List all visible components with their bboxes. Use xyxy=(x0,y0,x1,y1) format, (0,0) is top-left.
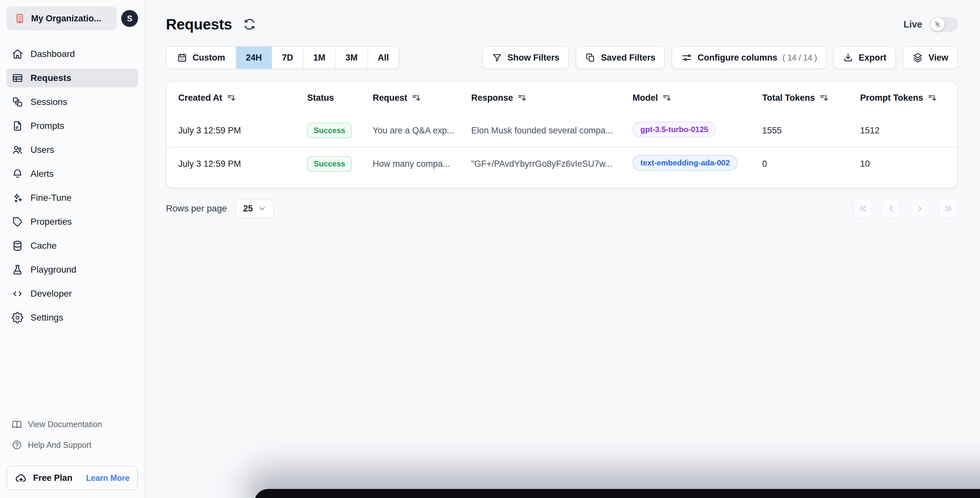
sidebar-item-label: Sessions xyxy=(30,97,67,107)
sort-icon[interactable] xyxy=(819,93,829,102)
document-icon xyxy=(12,120,23,132)
time-range-label: 1M xyxy=(313,53,326,63)
rows-per-page-select[interactable]: 25 xyxy=(235,199,274,218)
plan-card[interactable]: Free Plan Learn More xyxy=(6,466,138,490)
show-filters-button[interactable]: Show Filters xyxy=(482,46,570,69)
table-row[interactable]: July 3 12:59 PM Success You are a Q&A ex… xyxy=(167,114,957,147)
model-badge: text-embedding-ada-002 xyxy=(633,155,738,171)
sessions-icon xyxy=(12,96,23,108)
column-header-model[interactable]: Model xyxy=(633,93,762,103)
sidebar-nav: Dashboard Requests Sessions Prompts User… xyxy=(6,45,138,327)
sliders-icon xyxy=(681,52,692,63)
users-icon xyxy=(12,144,23,156)
column-header-request[interactable]: Request xyxy=(373,93,471,103)
time-range-all[interactable]: All xyxy=(368,47,399,69)
table-row[interactable]: July 3 12:59 PM Success How many compa..… xyxy=(167,147,957,180)
total-tokens-cell: 0 xyxy=(762,159,860,169)
sort-icon[interactable] xyxy=(928,93,937,102)
org-switcher-button[interactable]: My Organizatio... xyxy=(6,6,117,30)
calendar-icon xyxy=(177,52,187,63)
request-cell: You are a Q&A exp... xyxy=(373,125,471,136)
sidebar-item-prompts[interactable]: Prompts xyxy=(6,117,138,135)
time-range-1m[interactable]: 1M xyxy=(303,47,336,69)
sidebar-item-users[interactable]: Users xyxy=(6,141,138,159)
chevron-right-icon xyxy=(915,204,924,213)
chevrons-left-icon xyxy=(858,204,867,213)
time-range-label: 3M xyxy=(345,53,358,63)
column-header-total-tokens[interactable]: Total Tokens xyxy=(762,93,860,103)
flask-icon xyxy=(12,264,23,276)
sidebar-item-alerts[interactable]: Alerts xyxy=(6,165,138,183)
sidebar-item-label: Dashboard xyxy=(30,49,75,59)
home-icon xyxy=(12,48,23,60)
refresh-button[interactable] xyxy=(242,17,257,32)
help-and-support-link[interactable]: Help And Support xyxy=(6,435,138,455)
time-range-custom[interactable]: Custom xyxy=(167,47,235,69)
footer-link-label: Help And Support xyxy=(28,440,91,450)
status-cell: Success xyxy=(307,123,373,138)
prompt-tokens-cell: 1512 xyxy=(860,125,957,136)
sort-icon[interactable] xyxy=(412,93,421,102)
toolbar: Custom 24H 7D 1M 3M All Show Filters Sav… xyxy=(166,46,958,69)
table-icon xyxy=(12,72,23,84)
previous-page-button[interactable] xyxy=(881,199,901,218)
rows-per-page-label: Rows per page xyxy=(166,203,227,214)
request-cell: How many compa... xyxy=(373,159,471,169)
last-page-button[interactable] xyxy=(939,199,958,218)
sidebar-item-settings[interactable]: Settings xyxy=(6,308,138,327)
chevron-down-icon xyxy=(258,204,266,213)
window-bottom-shadow xyxy=(254,489,980,498)
time-range-3m[interactable]: 3M xyxy=(335,47,368,69)
database-icon xyxy=(12,240,23,252)
sidebar-item-cache[interactable]: Cache xyxy=(6,236,138,255)
view-documentation-link[interactable]: View Documentation xyxy=(6,414,138,435)
learn-more-link[interactable]: Learn More xyxy=(86,473,130,483)
page-nav-buttons xyxy=(853,199,958,218)
time-range-selector: Custom 24H 7D 1M 3M All xyxy=(166,46,399,69)
sidebar-item-requests[interactable]: Requests xyxy=(6,69,138,87)
cloud-upload-icon xyxy=(15,472,27,484)
first-page-button[interactable] xyxy=(853,199,872,218)
gear-icon xyxy=(12,312,23,324)
next-page-button[interactable] xyxy=(910,199,929,218)
sort-icon[interactable] xyxy=(662,93,671,102)
time-range-24h[interactable]: 24H xyxy=(235,47,272,69)
requests-table: Created At Status Request Response Model xyxy=(166,81,958,189)
button-label: View xyxy=(929,53,948,63)
saved-filters-button[interactable]: Saved Filters xyxy=(576,46,665,69)
model-cell: text-embedding-ada-002 xyxy=(633,155,762,173)
sidebar-item-properties[interactable]: Properties xyxy=(6,213,138,231)
copy-icon xyxy=(585,52,596,63)
live-toggle[interactable] xyxy=(930,17,958,32)
org-row: My Organizatio... S xyxy=(6,6,138,30)
page-title: Requests xyxy=(166,16,232,33)
time-range-label: Custom xyxy=(192,53,225,63)
sparkles-icon xyxy=(12,192,23,204)
pagination-bar: Rows per page 25 xyxy=(166,199,958,218)
bell-icon xyxy=(12,168,23,180)
sort-icon[interactable] xyxy=(517,93,527,102)
time-range-7d[interactable]: 7D xyxy=(272,47,303,69)
sidebar-item-sessions[interactable]: Sessions xyxy=(6,93,138,111)
user-avatar[interactable]: S xyxy=(121,10,138,27)
sidebar-item-label: Properties xyxy=(30,217,72,227)
live-toggle-group: Live xyxy=(904,17,958,32)
configure-columns-button[interactable]: Configure columns ( 14 / 14 ) xyxy=(671,46,827,69)
sidebar-item-dashboard[interactable]: Dashboard xyxy=(6,45,138,63)
filter-funnel-icon xyxy=(492,52,502,63)
column-header-response[interactable]: Response xyxy=(471,93,633,103)
response-cell: Elon Musk founded several compa... xyxy=(471,125,633,136)
export-button[interactable]: Export xyxy=(833,46,896,69)
status-cell: Success xyxy=(307,156,373,171)
sidebar-item-developer[interactable]: Developer xyxy=(6,284,138,303)
view-button[interactable]: View xyxy=(902,46,958,69)
sort-icon[interactable] xyxy=(227,93,236,102)
sidebar-item-playground[interactable]: Playground xyxy=(6,260,138,279)
column-header-created-at[interactable]: Created At xyxy=(178,93,307,103)
sidebar-item-fine-tune[interactable]: Fine-Tune xyxy=(6,189,138,207)
live-label: Live xyxy=(904,19,922,30)
created-at-cell: July 3 12:59 PM xyxy=(178,159,307,169)
help-circle-icon xyxy=(12,440,22,450)
toggle-knob xyxy=(931,17,944,31)
column-header-prompt-tokens[interactable]: Prompt Tokens xyxy=(860,93,957,103)
